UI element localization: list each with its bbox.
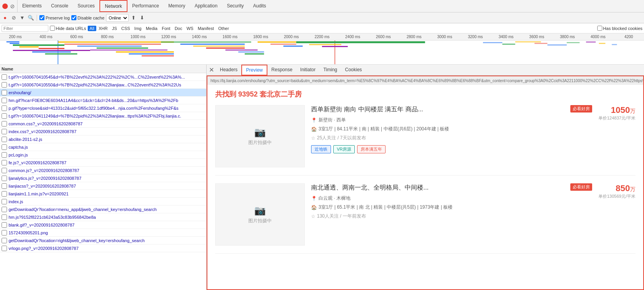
tab-security[interactable]: Security xyxy=(222,0,248,12)
network-item-checkbox[interactable] xyxy=(2,90,7,95)
filter-all[interactable]: All xyxy=(88,26,96,31)
has-blocked-cookies-checkbox[interactable] xyxy=(597,26,602,31)
network-item-checkbox[interactable] xyxy=(2,246,7,251)
network-item[interactable]: hm.gif?hca=F0E8C9E6034A11A4&cc=1&ck=1&cl… xyxy=(0,97,206,104)
network-item-checkbox[interactable] xyxy=(2,105,7,111)
network-item-checkbox[interactable] xyxy=(2,113,7,119)
filter-media[interactable]: Media xyxy=(144,26,159,31)
property-title[interactable]: 南北通透、两南一北、全明格局、中间楼... xyxy=(311,183,567,192)
download-button[interactable]: ⬇ xyxy=(139,14,146,21)
svg-rect-4 xyxy=(13,44,64,46)
upload-button[interactable]: ⬆ xyxy=(130,14,137,21)
filter-img[interactable]: Img xyxy=(133,26,143,31)
network-item[interactable]: fe.js?_v=20200916202808787 xyxy=(0,159,206,167)
network-item[interactable]: t.gif?r=1600670411249&d=%7B%22pid%22%3A%… xyxy=(0,112,206,120)
network-item[interactable]: captcha.js xyxy=(0,143,206,151)
tab-network[interactable]: Network xyxy=(99,0,127,12)
close-preview-button[interactable]: ✕ xyxy=(207,65,216,76)
network-item-checkbox[interactable] xyxy=(2,222,7,228)
network-item[interactable]: index.js xyxy=(0,198,206,206)
network-item[interactable]: abclite-2011-s2.js xyxy=(0,135,206,143)
network-item[interactable]: blank.gif?_v=20200916202808787 xyxy=(0,221,206,229)
network-item[interactable]: ershoufang/ xyxy=(0,89,206,97)
network-item-checkbox[interactable] xyxy=(2,160,7,165)
network-item[interactable]: 1572430905201.png xyxy=(0,229,206,237)
throttle-select[interactable]: Online xyxy=(106,14,129,22)
tab-elements[interactable]: Elements xyxy=(18,0,46,12)
network-item-checkbox[interactable] xyxy=(2,144,7,150)
network-item-checkbox[interactable] xyxy=(2,98,7,103)
network-item-checkbox[interactable] xyxy=(2,238,7,243)
network-item[interactable]: p.gif?type=close&sid=41331c2&uid=5f65c32… xyxy=(0,104,206,112)
network-item-name: getDownloadQr?location=right&ljweb_chann… xyxy=(9,238,205,243)
record-icon[interactable] xyxy=(2,4,8,9)
network-item[interactable]: getDownloadQr?location=right&ljweb_chann… xyxy=(0,237,206,244)
clear-icon[interactable]: ⊘ xyxy=(10,3,15,9)
network-item-checkbox[interactable] xyxy=(2,82,7,88)
network-item[interactable]: lianjiaim1.1.min.js?v=20200921 xyxy=(0,190,206,198)
filter-toggle-button[interactable]: ▼ xyxy=(19,14,26,21)
network-item-checkbox[interactable] xyxy=(2,129,7,134)
tab-timing[interactable]: Timing xyxy=(319,65,341,76)
filter-other[interactable]: Other xyxy=(216,26,231,31)
tab-memory[interactable]: Memory xyxy=(164,0,190,12)
property-title[interactable]: 西单新壁街 南向 中间楼层 满五年 商品... xyxy=(311,105,567,114)
disable-cache-checkbox[interactable] xyxy=(71,15,76,20)
network-item-checkbox[interactable] xyxy=(2,183,7,189)
filter-doc[interactable]: Doc xyxy=(173,26,184,31)
network-item-checkbox[interactable] xyxy=(2,214,7,220)
tab-response[interactable]: Response xyxy=(267,65,296,76)
network-list-header: Name xyxy=(0,65,206,73)
tab-headers[interactable]: Headers xyxy=(216,65,241,76)
camera-icon: 📷 xyxy=(254,205,266,216)
network-item-checkbox[interactable] xyxy=(2,74,7,80)
tab-console[interactable]: Console xyxy=(46,0,73,12)
tab-application[interactable]: Application xyxy=(190,0,222,12)
disable-cache-label[interactable]: Disable cache xyxy=(71,15,104,20)
preserve-log-label[interactable]: Preserve log xyxy=(39,15,70,20)
tab-preview[interactable]: Preview xyxy=(241,65,267,76)
hide-data-urls-label[interactable]: Hide data URLs xyxy=(50,26,86,31)
preserve-log-checkbox[interactable] xyxy=(39,15,44,20)
network-item[interactable]: common.js?_v=20200916202808787 xyxy=(0,167,206,174)
hide-data-urls-checkbox[interactable] xyxy=(50,26,55,31)
filter-js[interactable]: JS xyxy=(110,26,119,31)
network-item-checkbox[interactable] xyxy=(2,121,7,127)
network-item-checkbox[interactable] xyxy=(2,152,7,158)
network-item[interactable]: t.gif?r=1600670410550&d=%7B%22pid%22%3A%… xyxy=(0,81,206,89)
network-item-checkbox[interactable] xyxy=(2,137,7,142)
tab-cookies[interactable]: Cookies xyxy=(341,65,366,76)
filter-css[interactable]: CSS xyxy=(119,26,132,31)
network-item[interactable]: t.gif?r=1600670410545&d=%7B%22evt%22%3A%… xyxy=(0,73,206,81)
svg-rect-22 xyxy=(225,49,258,51)
network-item-checkbox[interactable] xyxy=(2,168,7,173)
network-item[interactable]: lianjiacss?_v=20200916202808787 xyxy=(0,182,206,190)
network-item[interactable]: vrlogo.png?_v=20200916202808787 xyxy=(0,244,206,252)
stop-button[interactable]: ⊘ xyxy=(10,14,17,21)
network-item[interactable]: getDownloadQr?location=menu_app&ljweb_ch… xyxy=(0,206,206,213)
network-item[interactable]: index.css?_v=20200916202808787 xyxy=(0,128,206,135)
network-item-checkbox[interactable] xyxy=(2,176,7,181)
network-item[interactable]: hm.js?9152f8221cb6243a53c83b956842be8a xyxy=(0,213,206,221)
filter-ws[interactable]: WS xyxy=(184,26,195,31)
tab-initiator[interactable]: Initiator xyxy=(296,65,319,76)
filter-manifest[interactable]: Manifest xyxy=(196,26,216,31)
network-item-checkbox[interactable] xyxy=(2,207,7,212)
network-item-checkbox[interactable] xyxy=(2,230,7,236)
has-blocked-cookies-label[interactable]: Has blocked cookies xyxy=(597,26,642,31)
svg-rect-28 xyxy=(296,41,425,43)
network-item[interactable]: common.css?_v=20200916202808787 xyxy=(0,120,206,128)
filter-input[interactable] xyxy=(2,25,48,32)
network-item[interactable]: pcLogin.js xyxy=(0,151,206,159)
network-item-checkbox[interactable] xyxy=(2,191,7,197)
tab-performance[interactable]: Performance xyxy=(127,0,164,12)
search-button[interactable]: 🔍 xyxy=(27,14,34,21)
record-button[interactable]: ● xyxy=(2,14,9,21)
filter-xhr[interactable]: XHR xyxy=(97,26,110,31)
filter-font[interactable]: Font xyxy=(160,26,172,31)
network-item[interactable]: ljanalytics.js?_v=20200916202808787 xyxy=(0,174,206,182)
price-main: 1050 xyxy=(611,105,630,115)
tab-sources[interactable]: Sources xyxy=(73,0,99,12)
tab-audits[interactable]: Audits xyxy=(248,0,271,12)
network-item-checkbox[interactable] xyxy=(2,199,7,204)
